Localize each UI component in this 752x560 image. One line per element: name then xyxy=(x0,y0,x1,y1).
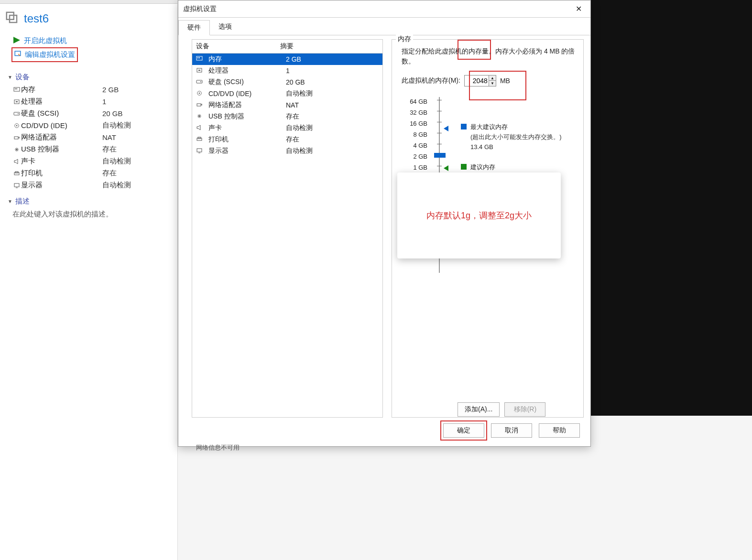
vm-panel: test6 开启此虚拟机 编辑虚拟机设置 ▼ 设备 内存2 GB处理器1硬盘 (… xyxy=(0,0,178,560)
play-icon xyxy=(13,37,20,45)
slider-tick-mark xyxy=(437,122,442,122)
device-label: CD/DVD (IDE) xyxy=(21,121,102,129)
vm-title-row: test6 xyxy=(0,4,177,32)
hardware-item[interactable]: 显示器自动检测 xyxy=(192,145,382,157)
edit-settings-button[interactable]: 编辑虚拟机设置 xyxy=(11,47,78,62)
description-placeholder[interactable]: 在此处键入对该虚拟机的描述。 xyxy=(0,208,177,219)
svg-rect-22 xyxy=(196,80,202,83)
description-section-header[interactable]: ▼ 描述 xyxy=(0,191,177,208)
svg-rect-8 xyxy=(16,101,18,102)
device-row[interactable]: 显示器自动检测 xyxy=(0,179,177,191)
marker-max xyxy=(444,126,448,131)
hardware-item-value: NAT xyxy=(286,101,299,109)
device-label: 内存 xyxy=(21,85,102,94)
device-row[interactable]: 硬盘 (SCSI)20 GB xyxy=(0,108,177,119)
vm-icon xyxy=(5,11,19,27)
add-button[interactable]: 添加(A)... xyxy=(458,402,500,417)
spinner-up-icon[interactable]: ▲ xyxy=(489,75,496,81)
device-icon xyxy=(12,111,21,117)
hardware-item[interactable]: 硬盘 (SCSI)20 GB xyxy=(192,76,382,88)
svg-rect-13 xyxy=(14,137,18,139)
device-label: 声卡 xyxy=(21,157,102,166)
hardware-list-buttons: 添加(A)... 移除(R) xyxy=(458,402,545,417)
hardware-item-label: 显示器 xyxy=(208,147,280,155)
dialog-titlebar: 虚拟机设置 ✕ xyxy=(178,0,590,18)
vm-actions: 开启此虚拟机 编辑虚拟机设置 xyxy=(0,32,177,67)
statusbar-fragment: 网络信息不可用 xyxy=(196,443,240,452)
vm-name: test6 xyxy=(24,12,49,25)
hardware-item-label: 声卡 xyxy=(208,124,280,132)
memory-group-label: 内存 xyxy=(396,35,413,43)
spinner-down-icon[interactable]: ▼ xyxy=(489,81,496,86)
hardware-item[interactable]: 打印机存在 xyxy=(192,134,382,145)
device-icon xyxy=(12,135,21,140)
memory-unit: MB xyxy=(500,77,510,85)
svg-rect-18 xyxy=(197,57,198,58)
device-row[interactable]: USB 控制器存在 xyxy=(0,143,177,155)
slider-tick-mark xyxy=(437,166,442,166)
device-row[interactable]: 内存2 GB xyxy=(0,84,177,96)
svg-marker-2 xyxy=(13,37,20,43)
power-on-label: 开启此虚拟机 xyxy=(24,36,67,45)
device-label: 网络适配器 xyxy=(21,133,102,142)
slider-thumb[interactable] xyxy=(434,153,446,158)
legend-rec-icon xyxy=(461,164,467,170)
tab-bar xyxy=(0,0,177,4)
close-button[interactable]: ✕ xyxy=(572,3,586,14)
device-value: 存在 xyxy=(102,169,117,178)
hardware-item[interactable]: CD/DVD (IDE)自动检测 xyxy=(192,88,382,99)
hardware-item[interactable]: 网络适配器NAT xyxy=(192,99,382,111)
ok-button[interactable]: 确定 xyxy=(443,423,484,438)
slider-tick-mark xyxy=(437,133,442,133)
legend-max-sub2: 13.4 GB xyxy=(470,142,562,152)
device-row[interactable]: CD/DVD (IDE)自动检测 xyxy=(0,119,177,131)
annotation-note: 内存默认1g，调整至2g大小 xyxy=(397,172,561,258)
hardware-item-value: 自动检测 xyxy=(286,147,313,155)
device-icon xyxy=(196,78,203,86)
svg-rect-9 xyxy=(14,112,20,115)
remove-button: 移除(R) xyxy=(504,402,545,417)
devices-section-header[interactable]: ▼ 设备 xyxy=(0,67,177,84)
hardware-item-value: 存在 xyxy=(286,112,299,121)
svg-rect-21 xyxy=(198,70,200,71)
legend-rec-label: 建议内存 xyxy=(470,162,495,172)
hardware-item[interactable]: 内存2 GB xyxy=(192,54,382,65)
hardware-item-label: 硬盘 (SCSI) xyxy=(208,78,280,86)
expand-icon: ▼ xyxy=(8,199,12,204)
cancel-button[interactable]: 取消 xyxy=(491,423,532,438)
hardware-item[interactable]: 处理器1 xyxy=(192,65,382,76)
device-row[interactable]: 打印机存在 xyxy=(0,167,177,179)
device-row[interactable]: 网络适配器NAT xyxy=(0,131,177,143)
svg-point-12 xyxy=(16,125,18,126)
hardware-item[interactable]: USB 控制器存在 xyxy=(192,111,382,122)
device-row[interactable]: 处理器1 xyxy=(0,96,177,108)
device-icon xyxy=(12,171,21,176)
legend-max-label: 最大建议内存 xyxy=(470,122,562,132)
slider-tick: 1 GB xyxy=(399,162,427,173)
settings-icon xyxy=(14,51,21,59)
power-on-button[interactable]: 开启此虚拟机 xyxy=(11,34,69,47)
device-value: 自动检测 xyxy=(102,157,131,166)
slider-tick: 8 GB xyxy=(399,129,427,140)
dialog-buttons: 确定 取消 帮助 xyxy=(443,423,580,438)
background-dark xyxy=(591,0,752,416)
edit-settings-label: 编辑虚拟机设置 xyxy=(25,50,75,59)
tab-options[interactable]: 选项 xyxy=(210,20,240,35)
hardware-item[interactable]: 声卡自动检测 xyxy=(192,122,382,134)
marker-recommended xyxy=(444,165,448,171)
help-button[interactable]: 帮助 xyxy=(539,423,580,438)
svg-point-23 xyxy=(200,81,201,82)
tab-hardware[interactable]: 硬件 xyxy=(178,20,210,35)
memory-spinner[interactable]: ▲ ▼ xyxy=(464,75,496,86)
device-row[interactable]: 声卡自动检测 xyxy=(0,155,177,167)
device-icon xyxy=(12,87,21,93)
memory-input[interactable] xyxy=(465,75,489,86)
hardware-item-label: 处理器 xyxy=(208,66,280,75)
device-icon xyxy=(196,90,203,97)
svg-rect-5 xyxy=(15,88,16,89)
svg-rect-6 xyxy=(16,88,17,89)
device-value: NAT xyxy=(102,133,116,141)
device-label: 打印机 xyxy=(21,169,102,178)
slider-tick-mark xyxy=(437,144,442,144)
svg-point-10 xyxy=(18,113,19,114)
